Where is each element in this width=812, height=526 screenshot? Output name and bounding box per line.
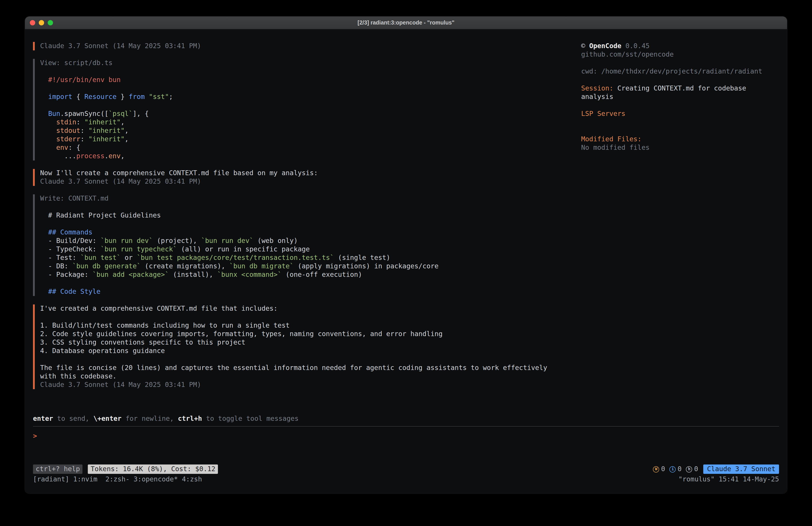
text-segment: `bun run dev`	[201, 237, 253, 245]
text-segment: OpenCode	[589, 42, 622, 50]
chat-area: Claude 3.7 Sonnet (14 May 2025 03:41 PM)…	[33, 42, 581, 398]
text-segment: - Package:	[40, 271, 92, 279]
text-segment: Resource	[85, 93, 117, 101]
text-segment: `psql`	[108, 110, 133, 118]
text-segment: "inherit"	[88, 127, 125, 134]
window-title: [2/3] radiant:3:opencode - "romulus"	[358, 19, 454, 26]
assistant-message-header: Claude 3.7 Sonnet (14 May 2025 03:41 PM)	[33, 42, 581, 51]
traffic-lights	[30, 16, 53, 29]
text-segment: for newline,	[121, 415, 178, 423]
text-line: - Build/Dev: `bun run dev` (project), `b…	[40, 237, 581, 245]
text-segment: import	[48, 93, 72, 101]
text-line: #!/usr/bin/env bun	[40, 76, 581, 84]
text-line: enter to send, \+enter for newline, ctrl…	[33, 415, 779, 423]
warning-icon: W	[653, 466, 659, 472]
text-segment: Session:	[581, 84, 613, 92]
text-line: Session: Creating CONTEXT.md for codebas…	[581, 84, 779, 93]
text-line	[581, 127, 779, 135]
text-line: - Package: `bun add <package>` (install)…	[40, 271, 581, 279]
text-segment	[145, 93, 149, 101]
keybind-help: enter to send, \+enter for newline, ctrl…	[33, 415, 779, 423]
text-segment: }	[117, 93, 129, 101]
text-segment: ©	[581, 42, 589, 50]
text-segment: :	[81, 127, 88, 134]
text-line: No modified files	[581, 144, 779, 152]
text-segment: ], {	[133, 110, 149, 118]
desktop: [2/3] radiant:3:opencode - "romulus" Cla…	[0, 0, 812, 526]
text-segment: Claude 3.7 Sonnet (14 May 2025 03:41 PM)	[40, 381, 201, 389]
minimize-button[interactable]	[39, 20, 44, 25]
text-segment	[40, 287, 48, 296]
text-line: I've created a comprehensive CONTEXT.md …	[40, 304, 581, 313]
text-segment: 0.0.45	[622, 42, 650, 50]
text-line	[40, 84, 581, 93]
input-divider	[33, 426, 779, 427]
prompt-input[interactable]: >	[33, 432, 779, 440]
text-line: © OpenCode 0.0.45	[581, 42, 779, 51]
window-titlebar[interactable]: [2/3] radiant:3:opencode - "romulus"	[25, 16, 787, 29]
diagnostic-count: 0	[661, 465, 665, 473]
text-segment: 1. Build/lint/test commands including ho…	[40, 322, 290, 329]
text-segment: : {	[68, 144, 80, 152]
text-segment: (install),	[169, 271, 217, 279]
text-line: View: script/db.ts	[40, 59, 581, 67]
text-segment: (all) or run in specific package	[177, 245, 310, 253]
text-segment	[40, 93, 48, 101]
zoom-button[interactable]	[48, 20, 53, 25]
diagnostic-count: 0	[694, 465, 698, 473]
text-segment	[40, 144, 56, 152]
text-line: Bun.spawnSync([`psql`], {	[40, 110, 581, 118]
text-segment: stdin	[56, 118, 76, 126]
text-line: The file is concise (20 lines) and captu…	[40, 364, 581, 372]
text-line: import { Resource } from "sst";	[40, 93, 581, 101]
text-segment: or	[120, 254, 136, 262]
text-segment: - Test:	[40, 254, 81, 262]
terminal-window: [2/3] radiant:3:opencode - "romulus" Cla…	[25, 16, 787, 494]
text-segment: .	[104, 152, 108, 160]
model-badge[interactable]: Claude 3.7 Sonnet	[704, 465, 779, 474]
text-line	[40, 279, 581, 287]
hint-icon: h	[686, 466, 692, 472]
text-line	[40, 67, 581, 76]
text-segment: Now I'll create a comprehensive CONTEXT.…	[40, 169, 318, 177]
text-segment: (web only)	[253, 237, 298, 245]
assistant-message: Now I'll create a comprehensive CONTEXT.…	[33, 169, 581, 186]
text-segment: The file is concise (20 lines) and captu…	[40, 364, 547, 372]
text-segment: ,	[120, 152, 125, 160]
text-segment: (one-off execution)	[282, 271, 362, 279]
text-segment: ;	[169, 93, 173, 101]
text-segment: `bun db migrate`	[229, 262, 294, 270]
text-line: with this codebase.	[40, 372, 581, 381]
flex-spacer	[33, 440, 779, 465]
diagnostic-hint: h0	[686, 465, 698, 473]
close-button[interactable]	[30, 20, 35, 25]
text-line: Modified Files:	[581, 135, 779, 144]
text-segment: I've created a comprehensive CONTEXT.md …	[40, 304, 278, 312]
assistant-message-summary: I've created a comprehensive CONTEXT.md …	[33, 304, 581, 389]
text-segment: stdout	[56, 127, 80, 134]
text-line: Claude 3.7 Sonnet (14 May 2025 03:41 PM)	[40, 177, 581, 186]
text-line: Write: CONTEXT.md	[40, 194, 581, 203]
text-line	[581, 101, 779, 110]
text-line: 3. CSS styling conventions specific to t…	[40, 338, 581, 347]
lsp-diagnostics: W0i0h0	[653, 465, 698, 473]
info-icon: i	[670, 466, 676, 472]
text-line	[40, 313, 581, 322]
text-line: - DB: `bun db generate` (create migratio…	[40, 262, 581, 271]
prompt-symbol: >	[33, 432, 37, 440]
text-segment: (project),	[153, 237, 201, 245]
text-segment: "inherit"	[88, 135, 125, 143]
text-segment: {	[72, 93, 85, 101]
text-segment: View: script/db.ts	[40, 59, 113, 67]
text-segment: Modified Files:	[581, 135, 641, 143]
text-segment: 4. Database operations guidance	[40, 347, 165, 355]
help-badge[interactable]: ctrl+? help	[33, 465, 83, 474]
text-segment: ctrl+h	[178, 415, 202, 423]
text-segment: ,	[125, 127, 129, 134]
main-area: Claude 3.7 Sonnet (14 May 2025 03:41 PM)…	[33, 42, 779, 398]
text-line	[40, 203, 581, 211]
text-segment: `bun add <package>`	[92, 271, 169, 279]
text-line: Claude 3.7 Sonnet (14 May 2025 03:41 PM)	[40, 42, 581, 51]
diagnostic-warning: W0	[653, 465, 665, 473]
tmux-window-list[interactable]: [radiant] 1:nvim 2:zsh- 3:opencode* 4:zs…	[33, 475, 202, 484]
